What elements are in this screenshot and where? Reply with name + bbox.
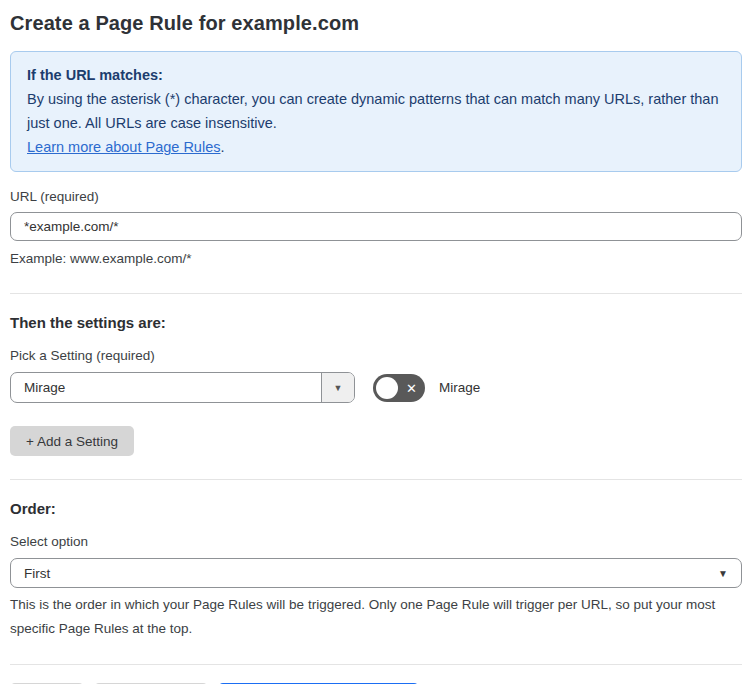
url-example-text: Example: www.example.com/*	[10, 248, 742, 270]
toggle-label: Mirage	[439, 380, 480, 395]
order-select-value: First	[24, 566, 50, 581]
info-box-heading: If the URL matches:	[27, 63, 725, 87]
setting-controls: Mirage ▼ ✕ Mirage	[10, 372, 742, 403]
add-setting-button[interactable]: + Add a Setting	[10, 426, 134, 456]
divider	[10, 293, 742, 294]
order-row: Select option First ▼ This is the order …	[10, 534, 742, 641]
url-match-info-box: If the URL matches: By using the asteris…	[10, 51, 742, 172]
toggle-knob	[376, 377, 398, 399]
url-field-label: URL (required)	[10, 189, 742, 204]
order-select[interactable]: First ▼	[10, 558, 742, 588]
pick-setting-label: Pick a Setting (required)	[10, 348, 742, 363]
link-suffix: .	[220, 139, 224, 155]
mirage-toggle[interactable]: ✕	[373, 374, 425, 402]
setting-dropdown[interactable]: Mirage ▼	[10, 372, 355, 403]
chevron-down-icon: ▼	[334, 383, 343, 393]
page-title: Create a Page Rule for example.com	[10, 12, 742, 35]
info-box-link-line: Learn more about Page Rules.	[27, 135, 725, 159]
order-select-label: Select option	[10, 534, 742, 549]
info-box-body: By using the asterisk (*) character, you…	[27, 87, 725, 135]
toggle-off-x-icon: ✕	[406, 381, 417, 394]
setting-row: Pick a Setting (required) Mirage ▼ ✕ Mir…	[10, 348, 742, 403]
setting-dropdown-arrow-button[interactable]: ▼	[321, 373, 354, 402]
order-helper-text: This is the order in which your Page Rul…	[10, 593, 730, 641]
order-section-heading: Order:	[10, 500, 742, 517]
learn-more-link[interactable]: Learn more about Page Rules	[27, 139, 220, 155]
settings-section-heading: Then the settings are:	[10, 314, 742, 331]
divider	[10, 479, 742, 480]
setting-dropdown-value: Mirage	[11, 373, 321, 402]
caret-down-icon: ▼	[718, 568, 728, 579]
page-rule-form: Create a Page Rule for example.com If th…	[0, 0, 750, 684]
url-input[interactable]	[10, 212, 742, 241]
divider	[10, 664, 742, 665]
